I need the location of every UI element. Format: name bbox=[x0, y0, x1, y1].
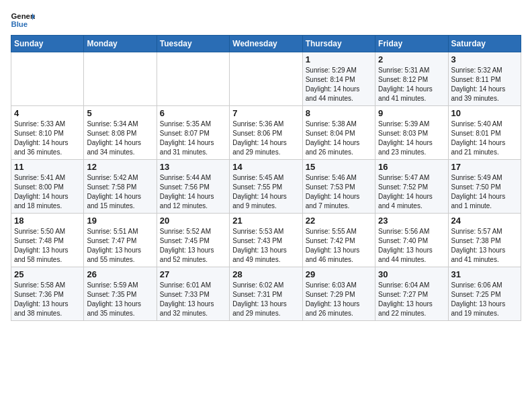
day-number: 7 bbox=[232, 108, 299, 118]
calendar-cell: 2Sunrise: 5:31 AM Sunset: 8:12 PM Daylig… bbox=[375, 52, 448, 106]
calendar-cell: 27Sunrise: 6:01 AM Sunset: 7:33 PM Dayli… bbox=[157, 267, 229, 321]
day-number: 27 bbox=[160, 269, 226, 279]
day-detail: Sunrise: 5:49 AM Sunset: 7:50 PM Dayligh… bbox=[451, 174, 506, 210]
logo: General Blue bbox=[11, 11, 35, 30]
logo-icon: General Blue bbox=[11, 11, 35, 30]
calendar-cell: 1Sunrise: 5:29 AM Sunset: 8:14 PM Daylig… bbox=[302, 52, 375, 106]
day-detail: Sunrise: 5:41 AM Sunset: 8:00 PM Dayligh… bbox=[14, 174, 69, 210]
day-detail: Sunrise: 5:45 AM Sunset: 7:55 PM Dayligh… bbox=[232, 174, 287, 210]
calendar-week-row: 25Sunrise: 5:58 AM Sunset: 7:36 PM Dayli… bbox=[11, 267, 521, 321]
day-number: 18 bbox=[14, 216, 81, 226]
svg-text:Blue: Blue bbox=[11, 20, 28, 28]
day-number: 15 bbox=[306, 162, 372, 172]
day-number: 9 bbox=[378, 108, 445, 118]
day-detail: Sunrise: 5:31 AM Sunset: 8:12 PM Dayligh… bbox=[378, 66, 433, 102]
day-number: 13 bbox=[160, 162, 226, 172]
day-number: 10 bbox=[451, 108, 518, 118]
calendar-cell: 12Sunrise: 5:42 AM Sunset: 7:58 PM Dayli… bbox=[84, 160, 157, 214]
day-number: 29 bbox=[306, 269, 372, 279]
calendar-cell: 20Sunrise: 5:52 AM Sunset: 7:45 PM Dayli… bbox=[157, 214, 229, 267]
calendar-week-row: 4Sunrise: 5:33 AM Sunset: 8:10 PM Daylig… bbox=[11, 106, 521, 160]
day-number: 4 bbox=[14, 108, 81, 118]
calendar-cell: 18Sunrise: 5:50 AM Sunset: 7:48 PM Dayli… bbox=[11, 214, 84, 267]
calendar-cell: 3Sunrise: 5:32 AM Sunset: 8:11 PM Daylig… bbox=[448, 52, 521, 106]
weekday-header: Thursday bbox=[302, 36, 375, 52]
calendar-cell bbox=[157, 52, 229, 106]
day-detail: Sunrise: 5:47 AM Sunset: 7:52 PM Dayligh… bbox=[378, 174, 433, 210]
day-number: 21 bbox=[232, 216, 299, 226]
day-detail: Sunrise: 5:35 AM Sunset: 8:07 PM Dayligh… bbox=[160, 120, 214, 156]
day-detail: Sunrise: 5:32 AM Sunset: 8:11 PM Dayligh… bbox=[451, 66, 506, 102]
calendar-body: 1Sunrise: 5:29 AM Sunset: 8:14 PM Daylig… bbox=[11, 52, 521, 321]
calendar-cell: 4Sunrise: 5:33 AM Sunset: 8:10 PM Daylig… bbox=[11, 106, 84, 160]
day-detail: Sunrise: 5:59 AM Sunset: 7:35 PM Dayligh… bbox=[87, 281, 141, 317]
day-number: 3 bbox=[451, 54, 518, 64]
calendar-cell: 5Sunrise: 5:34 AM Sunset: 8:08 PM Daylig… bbox=[84, 106, 157, 160]
calendar-week-row: 11Sunrise: 5:41 AM Sunset: 8:00 PM Dayli… bbox=[11, 160, 521, 214]
weekday-header: Monday bbox=[84, 36, 157, 52]
day-number: 23 bbox=[378, 216, 445, 226]
day-number: 6 bbox=[160, 108, 226, 118]
calendar-cell: 19Sunrise: 5:51 AM Sunset: 7:47 PM Dayli… bbox=[84, 214, 157, 267]
day-detail: Sunrise: 5:39 AM Sunset: 8:03 PM Dayligh… bbox=[378, 120, 433, 156]
day-detail: Sunrise: 6:04 AM Sunset: 7:27 PM Dayligh… bbox=[378, 281, 433, 317]
day-detail: Sunrise: 6:01 AM Sunset: 7:33 PM Dayligh… bbox=[160, 281, 214, 317]
day-detail: Sunrise: 5:42 AM Sunset: 7:58 PM Dayligh… bbox=[87, 174, 141, 210]
calendar-cell: 23Sunrise: 5:56 AM Sunset: 7:40 PM Dayli… bbox=[375, 214, 448, 267]
weekday-header: Wednesday bbox=[230, 36, 302, 52]
day-detail: Sunrise: 5:53 AM Sunset: 7:43 PM Dayligh… bbox=[232, 228, 287, 263]
calendar-week-row: 1Sunrise: 5:29 AM Sunset: 8:14 PM Daylig… bbox=[11, 52, 521, 106]
calendar-cell: 24Sunrise: 5:57 AM Sunset: 7:38 PM Dayli… bbox=[448, 214, 521, 267]
calendar-cell: 17Sunrise: 5:49 AM Sunset: 7:50 PM Dayli… bbox=[448, 160, 521, 214]
calendar-cell bbox=[84, 52, 157, 106]
day-number: 5 bbox=[87, 108, 153, 118]
calendar-cell: 14Sunrise: 5:45 AM Sunset: 7:55 PM Dayli… bbox=[230, 160, 302, 214]
calendar-cell: 7Sunrise: 5:36 AM Sunset: 8:06 PM Daylig… bbox=[230, 106, 302, 160]
day-detail: Sunrise: 5:51 AM Sunset: 7:47 PM Dayligh… bbox=[87, 228, 141, 263]
day-number: 30 bbox=[378, 269, 445, 279]
calendar-cell: 16Sunrise: 5:47 AM Sunset: 7:52 PM Dayli… bbox=[375, 160, 448, 214]
calendar-cell bbox=[11, 52, 84, 106]
calendar-cell: 28Sunrise: 6:02 AM Sunset: 7:31 PM Dayli… bbox=[230, 267, 302, 321]
day-detail: Sunrise: 5:56 AM Sunset: 7:40 PM Dayligh… bbox=[378, 228, 433, 263]
day-detail: Sunrise: 5:58 AM Sunset: 7:36 PM Dayligh… bbox=[14, 281, 69, 317]
day-detail: Sunrise: 5:44 AM Sunset: 7:56 PM Dayligh… bbox=[160, 174, 214, 210]
day-number: 12 bbox=[87, 162, 153, 172]
calendar-cell: 29Sunrise: 6:03 AM Sunset: 7:29 PM Dayli… bbox=[302, 267, 375, 321]
header: General Blue bbox=[11, 11, 521, 30]
day-number: 14 bbox=[232, 162, 299, 172]
day-detail: Sunrise: 5:50 AM Sunset: 7:48 PM Dayligh… bbox=[14, 228, 69, 263]
calendar-week-row: 18Sunrise: 5:50 AM Sunset: 7:48 PM Dayli… bbox=[11, 214, 521, 267]
day-number: 25 bbox=[14, 269, 81, 279]
calendar-cell: 9Sunrise: 5:39 AM Sunset: 8:03 PM Daylig… bbox=[375, 106, 448, 160]
calendar-cell: 13Sunrise: 5:44 AM Sunset: 7:56 PM Dayli… bbox=[157, 160, 229, 214]
calendar-cell: 22Sunrise: 5:55 AM Sunset: 7:42 PM Dayli… bbox=[302, 214, 375, 267]
day-number: 24 bbox=[451, 216, 518, 226]
calendar-cell: 21Sunrise: 5:53 AM Sunset: 7:43 PM Dayli… bbox=[230, 214, 302, 267]
calendar-cell: 26Sunrise: 5:59 AM Sunset: 7:35 PM Dayli… bbox=[84, 267, 157, 321]
weekday-header: Sunday bbox=[11, 36, 84, 52]
day-number: 31 bbox=[451, 269, 518, 279]
day-number: 22 bbox=[306, 216, 372, 226]
day-number: 20 bbox=[160, 216, 226, 226]
day-detail: Sunrise: 6:02 AM Sunset: 7:31 PM Dayligh… bbox=[232, 281, 287, 317]
calendar-cell: 30Sunrise: 6:04 AM Sunset: 7:27 PM Dayli… bbox=[375, 267, 448, 321]
day-detail: Sunrise: 5:52 AM Sunset: 7:45 PM Dayligh… bbox=[160, 228, 214, 263]
calendar-cell: 6Sunrise: 5:35 AM Sunset: 8:07 PM Daylig… bbox=[157, 106, 229, 160]
day-detail: Sunrise: 5:46 AM Sunset: 7:53 PM Dayligh… bbox=[306, 174, 360, 210]
day-number: 19 bbox=[87, 216, 153, 226]
day-number: 17 bbox=[451, 162, 518, 172]
day-number: 2 bbox=[378, 54, 445, 64]
day-number: 26 bbox=[87, 269, 153, 279]
calendar-cell: 8Sunrise: 5:38 AM Sunset: 8:04 PM Daylig… bbox=[302, 106, 375, 160]
calendar-cell: 10Sunrise: 5:40 AM Sunset: 8:01 PM Dayli… bbox=[448, 106, 521, 160]
calendar-cell: 15Sunrise: 5:46 AM Sunset: 7:53 PM Dayli… bbox=[302, 160, 375, 214]
calendar-header: SundayMondayTuesdayWednesdayThursdayFrid… bbox=[11, 36, 521, 52]
calendar-cell bbox=[230, 52, 302, 106]
day-detail: Sunrise: 5:34 AM Sunset: 8:08 PM Dayligh… bbox=[87, 120, 141, 156]
day-detail: Sunrise: 5:38 AM Sunset: 8:04 PM Dayligh… bbox=[306, 120, 360, 156]
svg-text:General: General bbox=[11, 12, 36, 20]
day-detail: Sunrise: 5:55 AM Sunset: 7:42 PM Dayligh… bbox=[306, 228, 360, 263]
day-detail: Sunrise: 5:29 AM Sunset: 8:14 PM Dayligh… bbox=[306, 66, 360, 102]
day-detail: Sunrise: 6:06 AM Sunset: 7:25 PM Dayligh… bbox=[451, 281, 506, 317]
